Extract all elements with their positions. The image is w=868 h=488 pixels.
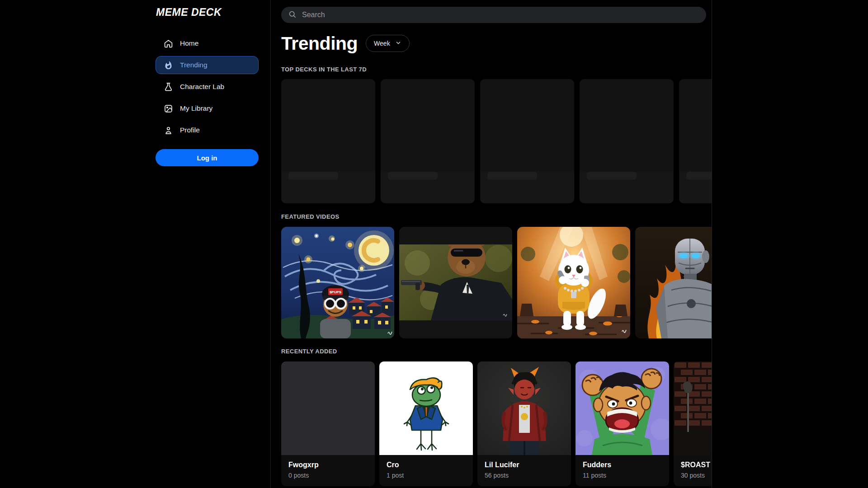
featured-video-flaming-robot[interactable]	[635, 227, 712, 338]
character-card-roast[interactable]: $ROAST 30 posts	[674, 361, 712, 486]
character-image-placeholder	[281, 361, 375, 455]
character-post-count: 56 posts	[485, 472, 564, 479]
character-card-lil-lucifer[interactable]: Lil Lucifer 56 posts	[477, 361, 571, 486]
rapper-cat-illustration	[517, 227, 630, 338]
sidebar-item-label: Home	[180, 39, 198, 47]
character-name: Fwogxrp	[288, 461, 368, 469]
home-icon	[164, 39, 173, 48]
meme-deck-app: MEME DECK Home Trending Character Lab	[0, 0, 868, 488]
roast-duck-illustration	[674, 361, 712, 455]
featured-video-rapper-cat[interactable]	[517, 227, 630, 338]
sidebar-item-label: Trending	[180, 61, 208, 69]
page-header: Trending Week	[281, 33, 712, 54]
sidebar-item-label: My Library	[180, 104, 212, 113]
top-decks-carousel	[281, 79, 712, 203]
featured-videos-carousel: $PUPS	[281, 227, 712, 338]
recently-added-label: RECENTLY ADDED	[281, 348, 712, 355]
deck-skeleton-card	[580, 79, 674, 203]
skeleton-bar	[388, 172, 438, 180]
search-bar[interactable]	[281, 7, 706, 23]
login-button[interactable]: Log in	[156, 149, 259, 166]
character-name: Fudders	[583, 461, 662, 469]
character-name: Cro	[387, 461, 466, 469]
sidebar-item-profile[interactable]: Profile	[156, 121, 259, 139]
period-selector[interactable]: Week	[366, 35, 410, 52]
sidebar-item-label: Character Lab	[180, 83, 224, 91]
skeleton-bar	[288, 172, 338, 180]
app-logo: MEME DECK	[156, 6, 222, 19]
sidebar-item-my-library[interactable]: My Library	[156, 99, 259, 117]
character-card-fwogxrp[interactable]: Fwogxrp 0 posts	[281, 361, 375, 486]
deck-skeleton-card	[381, 79, 475, 203]
character-card-fudders[interactable]: Fudders 11 posts	[576, 361, 669, 486]
deck-skeleton-card	[679, 79, 712, 203]
flask-icon	[164, 82, 173, 92]
sidebar-nav: Home Trending Character Lab My Library	[156, 34, 259, 139]
suit-bear-illustration	[399, 227, 512, 338]
library-icon	[164, 104, 173, 113]
featured-video-suit-bear[interactable]	[399, 227, 512, 338]
period-selector-value: Week	[374, 40, 390, 47]
beanie-cap-text: $PUPS	[330, 290, 342, 294]
featured-videos-label: FEATURED VIDEOS	[281, 213, 712, 220]
profile-icon	[164, 126, 173, 135]
deck-skeleton-card	[480, 79, 574, 203]
search-icon	[288, 10, 297, 20]
sidebar-item-trending[interactable]: Trending	[156, 56, 259, 74]
featured-video-starry-night[interactable]: $PUPS	[281, 227, 394, 338]
skeleton-bar	[587, 172, 637, 180]
character-post-count: 1 post	[387, 472, 466, 479]
recently-added-carousel: Fwogxrp 0 posts	[281, 361, 712, 486]
page-title: Trending	[281, 33, 358, 54]
sidebar: MEME DECK Home Trending Character Lab	[0, 0, 270, 488]
top-decks-label: TOP DECKS IN THE LAST 7D	[281, 66, 712, 73]
lil-lucifer-illustration	[477, 361, 571, 455]
character-post-count: 11 posts	[583, 472, 662, 479]
chevron-down-icon	[395, 40, 401, 47]
sidebar-item-character-lab[interactable]: Character Lab	[156, 78, 259, 96]
fudders-illustration	[576, 361, 669, 455]
sidebar-item-home[interactable]: Home	[156, 34, 259, 52]
starry-night-illustration: $PUPS	[281, 227, 394, 338]
skeleton-bar	[487, 172, 537, 180]
search-input[interactable]	[302, 11, 699, 19]
character-post-count: 0 posts	[288, 472, 368, 479]
flame-icon	[164, 61, 173, 70]
sidebar-item-label: Profile	[180, 126, 200, 134]
character-name: $ROAST	[681, 461, 712, 469]
cro-frog-illustration	[379, 361, 473, 455]
character-card-cro[interactable]: Cro 1 post	[379, 361, 473, 486]
main-content: Trending Week TOP DECKS IN THE LAST 7D F…	[270, 0, 712, 488]
deck-skeleton-card	[281, 79, 375, 203]
character-post-count: 30 posts	[681, 472, 712, 479]
character-name: Lil Lucifer	[485, 461, 564, 469]
skeleton-bar	[686, 172, 712, 180]
flaming-robot-illustration	[635, 227, 712, 338]
